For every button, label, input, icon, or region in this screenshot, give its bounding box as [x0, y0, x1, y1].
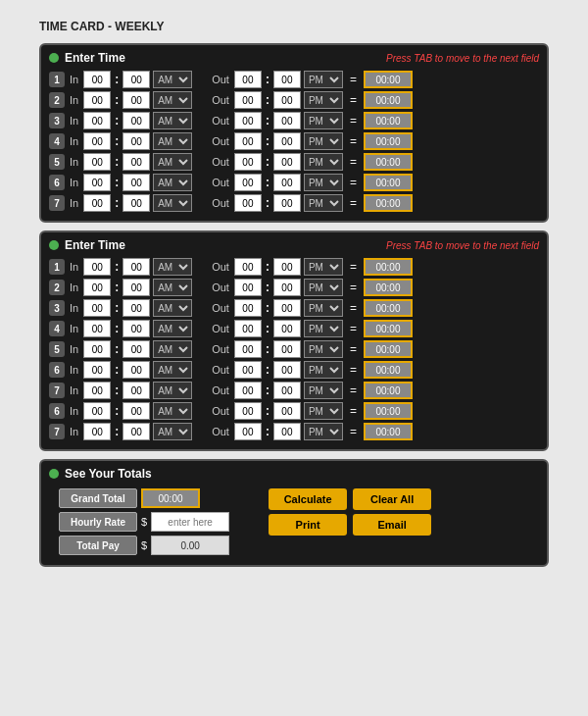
in-min-input[interactable] — [122, 340, 150, 358]
out-hour-input[interactable] — [234, 71, 262, 88]
out-min-input[interactable] — [273, 132, 301, 150]
out-min-input[interactable] — [273, 402, 301, 420]
out-min-input[interactable] — [273, 361, 301, 379]
out-hour-input[interactable] — [234, 423, 262, 440]
in-ampm-select[interactable]: AM PM — [153, 382, 192, 399]
in-ampm-select[interactable]: AM PM — [153, 361, 192, 379]
out-hour-input[interactable] — [234, 112, 262, 129]
in-ampm-select[interactable]: AM PM — [153, 194, 192, 212]
out-min-input[interactable] — [273, 153, 301, 171]
in-min-input[interactable] — [122, 258, 150, 276]
in-ampm-select[interactable]: AM PM — [153, 299, 192, 317]
in-min-input[interactable] — [122, 153, 150, 171]
in-ampm-select[interactable]: AM PM — [153, 153, 192, 171]
in-ampm-select[interactable]: AM PM — [153, 320, 192, 337]
out-ampm-select[interactable]: AM PM — [304, 194, 343, 212]
in-min-input[interactable] — [122, 71, 150, 88]
in-ampm-select[interactable]: AM PM — [153, 279, 192, 296]
in-hour-input[interactable] — [83, 361, 111, 379]
out-min-input[interactable] — [273, 71, 301, 88]
in-ampm-select[interactable]: AM PM — [153, 91, 192, 109]
out-ampm-select[interactable]: AM PM — [304, 279, 343, 296]
out-ampm-select[interactable]: AM PM — [304, 382, 343, 399]
in-min-input[interactable] — [122, 174, 150, 191]
in-ampm-select[interactable]: AM PM — [153, 174, 192, 191]
out-min-input[interactable] — [273, 299, 301, 317]
out-ampm-select[interactable]: AM PM — [304, 132, 343, 150]
in-hour-input[interactable] — [83, 112, 111, 129]
in-min-input[interactable] — [122, 91, 150, 109]
in-hour-input[interactable] — [83, 340, 111, 358]
out-min-input[interactable] — [273, 91, 301, 109]
in-ampm-select[interactable]: AM PM — [153, 423, 192, 440]
in-min-input[interactable] — [122, 112, 150, 129]
in-ampm-select[interactable]: AM PM — [153, 112, 192, 129]
in-hour-input[interactable] — [83, 258, 111, 276]
in-hour-input[interactable] — [83, 320, 111, 337]
in-ampm-select[interactable]: AM PM — [153, 132, 192, 150]
out-hour-input[interactable] — [234, 299, 262, 317]
in-ampm-select[interactable]: AM PM — [153, 340, 192, 358]
in-ampm-select[interactable]: AM PM — [153, 71, 192, 88]
in-min-input[interactable] — [122, 299, 150, 317]
out-ampm-select[interactable]: AM PM — [304, 340, 343, 358]
in-hour-input[interactable] — [83, 382, 111, 399]
out-hour-input[interactable] — [234, 279, 262, 296]
in-hour-input[interactable] — [83, 71, 111, 88]
out-hour-input[interactable] — [234, 91, 262, 109]
print-button[interactable]: Print — [269, 514, 347, 536]
hourly-rate-input[interactable] — [151, 512, 229, 532]
in-hour-input[interactable] — [83, 174, 111, 191]
in-ampm-select[interactable]: AM PM — [153, 258, 192, 276]
in-hour-input[interactable] — [83, 402, 111, 420]
in-ampm-select[interactable]: AM PM — [153, 402, 192, 420]
out-min-input[interactable] — [273, 340, 301, 358]
out-ampm-select[interactable]: AM PM — [304, 320, 343, 337]
out-min-input[interactable] — [273, 174, 301, 191]
in-hour-input[interactable] — [83, 132, 111, 150]
out-hour-input[interactable] — [234, 402, 262, 420]
email-button[interactable]: Email — [353, 514, 431, 536]
in-min-input[interactable] — [122, 361, 150, 379]
out-hour-input[interactable] — [234, 340, 262, 358]
out-ampm-select[interactable]: AM PM — [304, 423, 343, 440]
in-hour-input[interactable] — [83, 299, 111, 317]
out-min-input[interactable] — [273, 112, 301, 129]
out-min-input[interactable] — [273, 194, 301, 212]
out-min-input[interactable] — [273, 279, 301, 296]
out-ampm-select[interactable]: AM PM — [304, 153, 343, 171]
in-hour-input[interactable] — [83, 153, 111, 171]
out-hour-input[interactable] — [234, 153, 262, 171]
out-ampm-select[interactable]: AM PM — [304, 299, 343, 317]
out-ampm-select[interactable]: AM PM — [304, 91, 343, 109]
out-hour-input[interactable] — [234, 320, 262, 337]
out-hour-input[interactable] — [234, 258, 262, 276]
out-hour-input[interactable] — [234, 174, 262, 191]
out-hour-input[interactable] — [234, 132, 262, 150]
out-hour-input[interactable] — [234, 194, 262, 212]
in-min-input[interactable] — [122, 320, 150, 337]
out-ampm-select[interactable]: AM PM — [304, 402, 343, 420]
in-min-input[interactable] — [122, 194, 150, 212]
out-min-input[interactable] — [273, 258, 301, 276]
out-hour-input[interactable] — [234, 382, 262, 399]
out-ampm-select[interactable]: AM PM — [304, 112, 343, 129]
in-hour-input[interactable] — [83, 194, 111, 212]
out-hour-input[interactable] — [234, 361, 262, 379]
calculate-button[interactable]: Calculate — [269, 488, 347, 510]
in-min-input[interactable] — [122, 279, 150, 296]
in-min-input[interactable] — [122, 132, 150, 150]
out-min-input[interactable] — [273, 382, 301, 399]
out-ampm-select[interactable]: AM PM — [304, 174, 343, 191]
in-hour-input[interactable] — [83, 91, 111, 109]
out-ampm-select[interactable]: AM PM — [304, 71, 343, 88]
in-min-input[interactable] — [122, 402, 150, 420]
clear-all-button[interactable]: Clear All — [353, 488, 431, 510]
out-ampm-select[interactable]: AM PM — [304, 258, 343, 276]
out-min-input[interactable] — [273, 320, 301, 337]
in-hour-input[interactable] — [83, 279, 111, 296]
in-min-input[interactable] — [122, 382, 150, 399]
out-ampm-select[interactable]: AM PM — [304, 361, 343, 379]
out-min-input[interactable] — [273, 423, 301, 440]
in-min-input[interactable] — [122, 423, 150, 440]
